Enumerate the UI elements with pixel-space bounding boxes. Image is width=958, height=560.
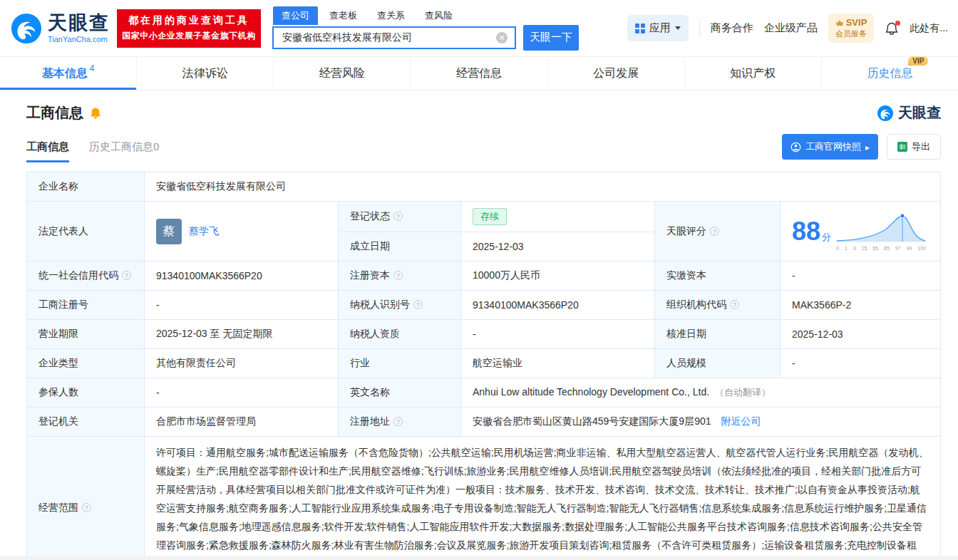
export-button[interactable]: 导出	[887, 134, 941, 160]
subtab-history-business-info[interactable]: 历史工商信息0	[89, 140, 159, 162]
snapshot-label: 工商官网快照	[805, 140, 861, 153]
info-icon[interactable]	[122, 271, 131, 280]
tab-business-risk[interactable]: 经营风险	[273, 57, 410, 90]
official-snapshot-button[interactable]: 工商官网快照	[782, 134, 878, 160]
search-tab-boss[interactable]: 查老板	[321, 6, 366, 25]
vip-badge: VIP	[908, 56, 928, 66]
info-icon[interactable]	[413, 300, 423, 309]
arrow-right-icon	[865, 142, 870, 152]
alert-bell-icon[interactable]	[89, 107, 102, 120]
apps-button[interactable]: 应用	[627, 15, 689, 41]
promo-line-1: 都在用的商业查询工具	[128, 14, 249, 27]
table-row: 经营范围 许可项目：通用航空服务;城市配送运输服务（不含危险货物）;公共航空运输…	[27, 437, 941, 560]
score-axis-ticks: 0131555859799100	[835, 246, 927, 251]
score-value: 88	[792, 217, 820, 246]
watermark-label: 天眼查	[898, 103, 941, 123]
top-header: 天眼查 TianYanCha.com 都在用的商业查询工具 国家中小企业发展子基…	[0, 0, 958, 57]
table-row: 工商注册号 - 纳税人识别号 91340100MAK3566P20 组织机构代码…	[27, 291, 941, 320]
nav-business-cooperation[interactable]: 商务合作	[711, 21, 753, 35]
tab-badge: 4	[90, 63, 95, 73]
notification-bell-icon[interactable]	[885, 21, 899, 36]
search-input-box[interactable]	[272, 26, 516, 49]
person-icon	[790, 142, 801, 152]
table-row: 企业名称 安徽省低空科技发展有限公司	[27, 172, 941, 202]
insured-value: -	[145, 378, 339, 408]
credit-code-value: 91340100MAK3566P20	[145, 261, 339, 291]
logo-text: 天眼查	[48, 14, 110, 33]
info-icon[interactable]	[393, 212, 403, 221]
tab-history-info[interactable]: 历史信息 VIP	[821, 57, 958, 90]
subtab-business-info[interactable]: 工商信息	[26, 140, 69, 162]
field-label: 登记机关	[38, 415, 78, 427]
table-row: 营业期限 2025-12-03 至 无固定期限 纳税人资质 - 核准日期 202…	[27, 320, 941, 349]
section-head: 工商信息 天眼查	[0, 90, 958, 123]
info-icon[interactable]	[82, 503, 91, 512]
grid-icon	[635, 24, 645, 33]
search-tab-relation[interactable]: 查关系	[369, 6, 413, 25]
company-name-value: 安徽省低空科技发展有限公司	[145, 172, 941, 202]
divider	[699, 21, 700, 36]
page-bottom-edge	[0, 556, 958, 560]
paid-capital-value: -	[781, 261, 941, 291]
chevron-down-icon	[675, 26, 681, 30]
search-tab-risk[interactable]: 查风险	[416, 6, 461, 25]
nav-enterprise-products[interactable]: 企业级产品	[764, 21, 818, 35]
field-label: 注册资本	[350, 269, 390, 281]
auto-translate-note: （自动翻译）	[715, 387, 771, 398]
field-label: 营业期限	[38, 328, 78, 339]
tab-label: 公司发展	[593, 66, 639, 81]
tianyan-score[interactable]: 88分 0131555859799100	[792, 212, 929, 251]
tab-label: 经营风险	[319, 66, 365, 81]
tab-label: 法律诉讼	[182, 66, 228, 81]
tianyancha-logo[interactable]: 天眼查 TianYanCha.com	[10, 12, 110, 45]
svip-member-button[interactable]: SVIP 会员服务	[828, 14, 875, 43]
info-icon[interactable]	[393, 271, 403, 280]
reg-no-value: -	[145, 291, 339, 320]
search-input[interactable]	[281, 31, 496, 44]
score-unit: 分	[822, 232, 831, 242]
tab-basic-info[interactable]: 基本信息 4	[0, 57, 136, 90]
field-label: 统一社会信用代码	[38, 269, 118, 281]
staff-size-value: -	[781, 349, 941, 378]
tab-business-info[interactable]: 经营信息	[410, 57, 547, 90]
tax-id-value: 91340100MAK3566P20	[461, 291, 655, 320]
nearby-companies-link[interactable]: 附近公司	[721, 415, 761, 427]
tab-company-development[interactable]: 公司发展	[547, 57, 684, 90]
company-type-value: 其他有限责任公司	[145, 349, 339, 378]
org-code-value: MAK3566P-2	[781, 291, 941, 320]
field-label: 经营范围	[38, 502, 78, 513]
table-row: 统一社会信用代码 91340100MAK3566P20 注册资本 10000万人…	[27, 261, 941, 291]
field-label: 法定代表人	[38, 225, 88, 237]
tab-legal-proceedings[interactable]: 法律诉讼	[136, 57, 273, 90]
search-button[interactable]: 天眼一下	[523, 25, 579, 51]
company-section-tabs: 基本信息 4 法律诉讼 经营风险 经营信息 公司发展 知识产权 历史信息 VIP	[0, 57, 958, 90]
field-label: 纳税人识别号	[350, 299, 410, 310]
tax-qual-value: -	[461, 320, 655, 349]
tab-intellectual-property[interactable]: 知识产权	[684, 57, 821, 90]
tab-label: 历史信息	[867, 67, 912, 79]
search-tab-company[interactable]: 查公司	[273, 6, 318, 25]
term-value: 2025-12-03 至 无固定期限	[145, 320, 339, 349]
info-icon[interactable]	[730, 300, 739, 309]
legal-rep-link[interactable]: 蔡学飞	[189, 225, 219, 238]
business-info-table: 企业名称 安徽省低空科技发展有限公司 法定代表人 蔡 蔡学飞 登记状态 存续 天…	[26, 172, 941, 560]
more-menu[interactable]: 此处有...	[910, 22, 948, 35]
tianyancha-logo-icon	[10, 12, 43, 45]
avatar[interactable]: 蔡	[156, 219, 182, 244]
info-icon[interactable]	[710, 227, 719, 236]
field-label: 成立日期	[350, 240, 390, 252]
clear-icon[interactable]	[496, 32, 508, 43]
field-label: 英文名称	[350, 386, 390, 398]
field-label: 人员规模	[666, 357, 706, 368]
excel-icon	[897, 142, 907, 152]
table-row: 法定代表人 蔡 蔡学飞 登记状态 存续 天眼评分 88分	[27, 202, 941, 232]
page-title: 工商信息	[26, 103, 83, 123]
tab-label: 基本信息	[42, 66, 88, 81]
industry-value: 航空运输业	[461, 349, 655, 378]
info-icon[interactable]	[393, 417, 403, 426]
crown-icon	[835, 19, 844, 26]
svip-sublabel: 会员服务	[835, 28, 867, 39]
promo-banner: 都在用的商业查询工具 国家中小企业发展子基金旗下机构	[117, 9, 261, 48]
field-label: 参保人数	[38, 386, 78, 398]
search-tabs: 查公司 查老板 查关系 查风险	[273, 6, 579, 25]
